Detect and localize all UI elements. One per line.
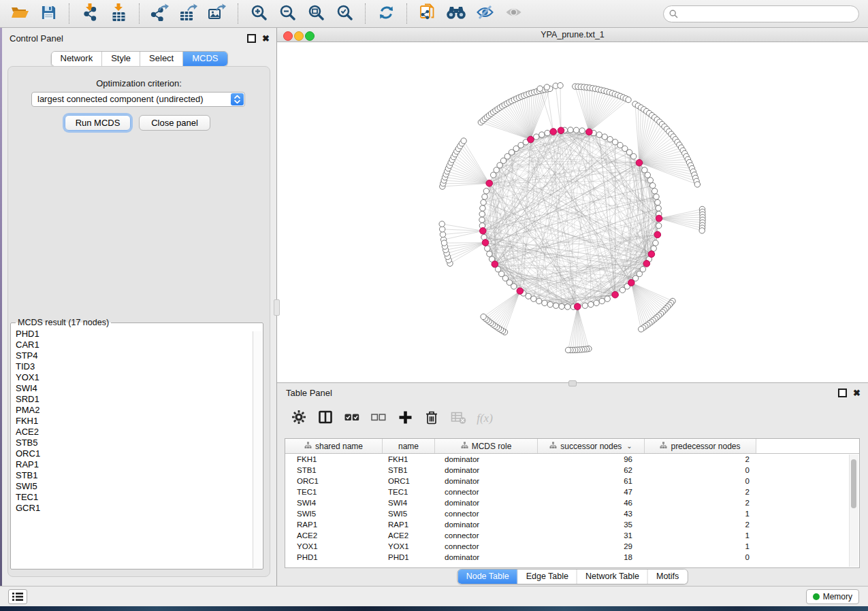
network-node[interactable] xyxy=(565,347,570,352)
mcds-node[interactable] xyxy=(628,280,635,286)
network-window-titlebar[interactable]: YPA_prune.txt_1 xyxy=(277,28,868,42)
mcds-node[interactable] xyxy=(654,231,661,238)
table-row[interactable]: ACE2ACE2connector311 xyxy=(285,530,859,541)
export-image-button[interactable] xyxy=(207,3,227,24)
run-mcds-button[interactable]: Run MCDS xyxy=(65,115,131,131)
network-node[interactable] xyxy=(542,300,547,306)
column-header-name[interactable]: name xyxy=(383,439,435,453)
network-node[interactable] xyxy=(579,128,585,133)
network-node[interactable] xyxy=(699,228,705,233)
network-node[interactable] xyxy=(534,134,539,139)
network-node[interactable] xyxy=(536,298,542,303)
network-node[interactable] xyxy=(694,182,700,187)
network-node[interactable] xyxy=(645,172,650,178)
column-header-successor-nodes[interactable]: successor nodes⌄ xyxy=(538,439,645,453)
tab-style[interactable]: Style xyxy=(102,52,140,66)
network-node[interactable] xyxy=(647,178,653,183)
task-history-button[interactable] xyxy=(8,589,27,604)
mcds-result-item[interactable]: CAR1 xyxy=(16,340,253,350)
network-node[interactable] xyxy=(565,304,570,310)
network-node[interactable] xyxy=(650,183,656,188)
mcds-result-item[interactable]: TID3 xyxy=(16,361,253,372)
network-node[interactable] xyxy=(537,86,543,91)
network-node[interactable] xyxy=(652,188,657,194)
mcds-result-item[interactable]: STP4 xyxy=(16,350,253,361)
hide-selected-button[interactable] xyxy=(475,3,495,24)
network-node[interactable] xyxy=(539,132,545,137)
mcds-result-item[interactable]: SWI4 xyxy=(16,383,253,394)
network-node[interactable] xyxy=(573,127,579,133)
network-node[interactable] xyxy=(656,223,661,229)
table-row[interactable]: SWI5SWI5connector431 xyxy=(285,508,859,519)
add-column-button[interactable] xyxy=(397,410,413,427)
mcds-node[interactable] xyxy=(550,129,557,135)
network-node[interactable] xyxy=(440,227,445,232)
zoom-out-button[interactable] xyxy=(277,3,298,24)
mcds-node[interactable] xyxy=(517,288,524,295)
control-panel-float-icon[interactable] xyxy=(247,34,256,43)
mcds-result-item[interactable]: FKH1 xyxy=(16,416,253,427)
network-node[interactable] xyxy=(558,82,563,88)
network-node[interactable] xyxy=(602,134,607,139)
zoom-in-button[interactable] xyxy=(248,3,269,24)
mcds-result-item[interactable]: STB1 xyxy=(16,470,253,481)
clone-network-button[interactable] xyxy=(417,3,438,24)
mcds-result-item[interactable]: ORC1 xyxy=(16,448,253,459)
tab-motifs[interactable]: Motifs xyxy=(648,569,687,584)
network-node[interactable] xyxy=(482,194,487,199)
network-node[interactable] xyxy=(596,132,602,137)
mcds-result-item[interactable]: SRD1 xyxy=(16,394,253,405)
mcds-node[interactable] xyxy=(586,129,593,135)
network-node[interactable] xyxy=(479,217,485,222)
network-node[interactable] xyxy=(440,231,445,237)
table-row[interactable]: FKH1FKH1dominator962 xyxy=(285,454,859,465)
network-node[interactable] xyxy=(656,205,661,211)
mcds-node[interactable] xyxy=(558,127,564,134)
network-node[interactable] xyxy=(481,314,486,319)
table-row[interactable]: RAP1RAP1dominator352 xyxy=(285,519,859,530)
table-row[interactable]: STB1STB1dominator620 xyxy=(285,465,859,476)
search-network-button[interactable] xyxy=(446,3,466,24)
mcds-node[interactable] xyxy=(574,303,581,310)
network-node[interactable] xyxy=(480,205,485,211)
tab-network-table[interactable]: Network Table xyxy=(577,569,648,584)
network-node[interactable] xyxy=(553,303,558,308)
show-columns-button[interactable] xyxy=(317,410,334,427)
node-table-scrollbar-thumb[interactable] xyxy=(851,459,856,508)
table-row[interactable]: TEC1TEC1connector472 xyxy=(285,486,859,497)
network-node[interactable] xyxy=(531,296,536,301)
network-node[interactable] xyxy=(653,240,658,246)
network-node[interactable] xyxy=(582,303,588,308)
open-file-button[interactable] xyxy=(10,3,30,24)
vertical-splitter-handle[interactable] xyxy=(274,299,280,316)
network-node[interactable] xyxy=(441,240,447,246)
export-network-button[interactable] xyxy=(150,3,170,24)
network-node[interactable] xyxy=(545,130,550,135)
zoom-selected-button[interactable] xyxy=(334,3,355,24)
table-settings-button[interactable] xyxy=(291,410,307,427)
network-node[interactable] xyxy=(544,84,549,90)
mcds-node[interactable] xyxy=(492,261,498,268)
network-node[interactable] xyxy=(483,188,489,194)
save-session-button[interactable] xyxy=(38,3,59,24)
table-row[interactable]: SWI4SWI4dominator462 xyxy=(285,497,859,508)
delete-column-button[interactable] xyxy=(423,410,440,427)
node-table-scrollbar[interactable] xyxy=(849,455,858,567)
mcds-node[interactable] xyxy=(482,240,489,246)
mcds-node[interactable] xyxy=(636,159,643,166)
search-input[interactable] xyxy=(681,9,858,20)
table-panel-float-icon[interactable] xyxy=(838,389,847,397)
network-canvas[interactable] xyxy=(277,42,868,382)
search-box[interactable] xyxy=(663,5,859,22)
network-node[interactable] xyxy=(485,246,490,251)
horizontal-splitter-handle[interactable] xyxy=(568,380,577,386)
tab-edge-table[interactable]: Edge Table xyxy=(518,569,577,584)
table-row[interactable]: ORC1ORC1dominator610 xyxy=(285,476,859,486)
network-node[interactable] xyxy=(594,300,599,306)
optimization-criterion-select[interactable]: largest connected component (undirected) xyxy=(31,92,245,107)
mcds-node[interactable] xyxy=(656,215,662,222)
network-node[interactable] xyxy=(568,127,573,133)
network-node[interactable] xyxy=(605,296,610,301)
close-panel-button[interactable]: Close panel xyxy=(139,115,210,131)
network-node[interactable] xyxy=(626,97,631,102)
